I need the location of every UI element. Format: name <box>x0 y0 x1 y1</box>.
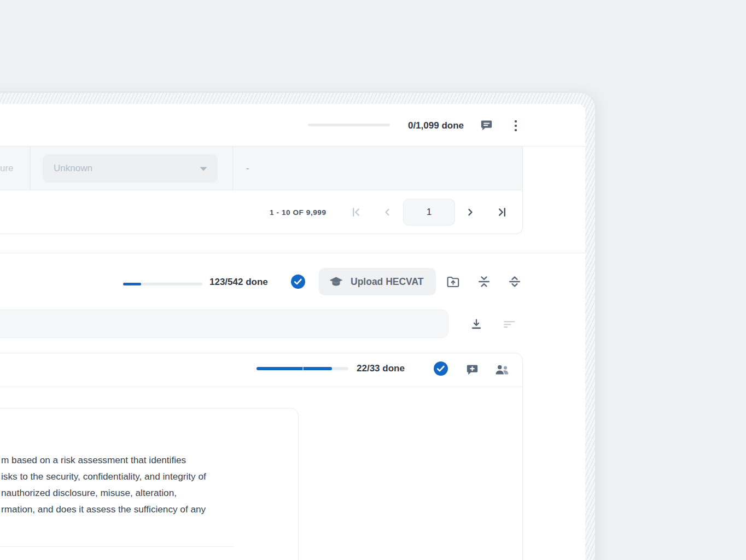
collapse-all-button[interactable] <box>475 273 493 290</box>
expand-all-button[interactable] <box>506 273 523 290</box>
chat-icon <box>480 119 493 132</box>
question-text-line: rmation, and does it assess the sufficie… <box>1 501 264 517</box>
folder-upload-icon <box>446 275 461 289</box>
pagination: 1 - 10 OF 9,999 1 <box>0 190 522 234</box>
chevron-right-icon <box>464 206 476 218</box>
hecvat-progress-label: 123/542 done <box>209 276 286 289</box>
table-card: ure Unknown - 1 - 10 OF 9,999 <box>0 147 523 234</box>
download-icon <box>469 317 483 331</box>
expand-vertical-icon <box>507 274 522 289</box>
question-text-line: nauthorized disclosure, misuse, alterati… <box>1 485 264 501</box>
table-row: ure Unknown - <box>0 147 522 190</box>
first-page-icon <box>349 206 363 219</box>
screen: 0/1,099 done ure Unknown - <box>0 0 746 560</box>
search-input[interactable] <box>0 310 448 337</box>
value-cell: - <box>246 147 249 190</box>
section-progress-label: 22/33 done <box>357 362 422 375</box>
hecvat-progress-bar <box>123 283 202 285</box>
people-icon <box>494 363 510 377</box>
question-divider <box>0 546 234 547</box>
comments-button[interactable] <box>476 116 496 134</box>
chevron-left-icon <box>381 206 393 218</box>
question-card: m based on a risk assessment that identi… <box>0 408 299 560</box>
more-options-button[interactable] <box>508 117 524 135</box>
overall-progress-label: 0/1,099 done <box>384 119 464 132</box>
current-page-number: 1 <box>427 207 432 218</box>
hecvat-complete-check[interactable] <box>291 275 305 289</box>
collapse-vertical-icon <box>476 274 492 289</box>
truncated-text-cell: ure <box>0 147 14 190</box>
hecvat-progress-fill <box>123 283 141 285</box>
question-text-line: m based on a risk assessment that identi… <box>1 452 264 468</box>
section-progress-marker <box>302 367 304 370</box>
chevron-down-icon <box>199 166 208 172</box>
collaborators-button[interactable] <box>493 361 511 378</box>
question-section-header: 22/33 done <box>0 353 522 387</box>
upload-folder-button[interactable] <box>444 273 462 290</box>
overall-progress-bar <box>308 124 390 126</box>
graduation-cap-icon <box>329 275 343 289</box>
comment-plus-icon <box>465 363 479 377</box>
maturity-select-value: Unknown <box>54 163 199 174</box>
check-circle-icon <box>291 275 305 289</box>
pagination-range-label: 1 - 10 OF 9,999 <box>270 208 327 216</box>
current-page-box[interactable]: 1 <box>403 199 455 225</box>
previous-page-button[interactable] <box>381 206 393 218</box>
last-page-button[interactable] <box>496 206 509 219</box>
upload-hecvat-label: Upload HECVAT <box>351 276 424 288</box>
question-section-panel: 22/33 done <box>0 353 523 560</box>
section-divider <box>0 253 585 253</box>
column-divider <box>30 147 31 190</box>
first-page-button[interactable] <box>349 206 363 219</box>
last-page-icon <box>496 206 509 219</box>
section-complete-check[interactable] <box>434 361 448 376</box>
question-text: m based on a risk assessment that identi… <box>1 452 264 517</box>
upload-hecvat-button[interactable]: Upload HECVAT <box>319 268 436 295</box>
filter-icon <box>502 317 516 331</box>
column-divider <box>232 147 233 190</box>
check-circle-icon <box>434 361 448 376</box>
add-comment-button[interactable] <box>463 361 481 378</box>
assessment-toolbar <box>0 104 585 147</box>
section-progress-bar <box>257 367 348 370</box>
search-bar <box>0 310 448 338</box>
kebab-menu-icon <box>515 120 517 131</box>
section-progress-fill <box>257 367 332 370</box>
maturity-select[interactable]: Unknown <box>43 154 218 183</box>
download-button[interactable] <box>468 316 485 332</box>
filter-button[interactable] <box>500 316 518 332</box>
next-page-button[interactable] <box>464 206 476 218</box>
question-text-line: isks to the security, confidentiality, a… <box>1 468 264 485</box>
